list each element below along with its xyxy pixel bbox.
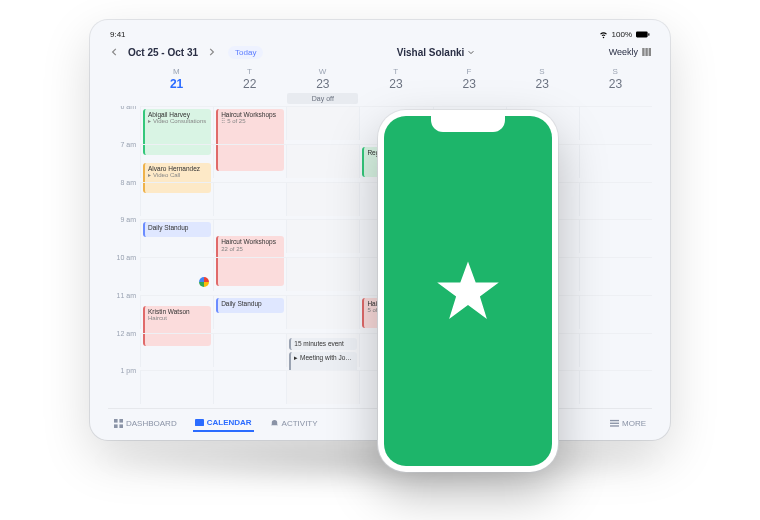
- date-range-label[interactable]: Oct 25 - Oct 31: [128, 47, 198, 58]
- slot[interactable]: [579, 219, 652, 253]
- svg-rect-8: [119, 424, 123, 428]
- day-header-sat[interactable]: S23: [506, 67, 579, 91]
- hour-label: 8 am: [108, 179, 140, 217]
- allday-event-dayoff[interactable]: Day off: [287, 93, 358, 104]
- slot[interactable]: Abigail Harvey ▸Video Consultations: [140, 106, 213, 140]
- tab-activity[interactable]: ACTIVITY: [268, 416, 320, 431]
- event-standup-mon[interactable]: Daily Standup: [143, 222, 211, 237]
- slot[interactable]: [286, 106, 359, 140]
- calendar-owner-selector[interactable]: Vishal Solanki: [397, 47, 476, 58]
- slot[interactable]: [140, 333, 213, 367]
- day-header-fri[interactable]: F23: [433, 67, 506, 91]
- menu-icon: [610, 419, 619, 428]
- phone-screen: [384, 116, 552, 466]
- slot[interactable]: Kristin Watson Haircut: [140, 295, 213, 329]
- hour-label: 9 am: [108, 216, 140, 254]
- video-icon: ▸: [148, 118, 151, 125]
- event-title: Alvaro Hernandez: [148, 165, 208, 172]
- phone-notch: [431, 116, 505, 132]
- dashboard-icon: [114, 419, 123, 428]
- slot[interactable]: [286, 144, 359, 178]
- day-header-thu[interactable]: T23: [359, 67, 432, 91]
- slot[interactable]: [286, 370, 359, 404]
- hour-label: 10 am: [108, 254, 140, 292]
- allday-row: Day off: [108, 91, 652, 106]
- svg-rect-12: [610, 425, 619, 426]
- hour-label: 12 am: [108, 330, 140, 368]
- slot[interactable]: [213, 370, 286, 404]
- next-week-button[interactable]: [204, 45, 218, 59]
- day-header-mon[interactable]: M21: [140, 67, 213, 91]
- slot[interactable]: [286, 182, 359, 216]
- day-header-sun[interactable]: S23: [579, 67, 652, 91]
- slot[interactable]: [140, 370, 213, 404]
- tab-label: DASHBOARD: [126, 419, 177, 428]
- slot[interactable]: [286, 295, 359, 329]
- event-title: Haircut Workshops: [221, 238, 281, 245]
- video-icon: ▸: [294, 354, 298, 361]
- day-header-tue[interactable]: T22: [213, 67, 286, 91]
- tab-label: MORE: [622, 419, 646, 428]
- view-mode-selector[interactable]: Weekly: [609, 47, 652, 57]
- slot[interactable]: [579, 257, 652, 291]
- event-title: 15 minutes event: [294, 340, 354, 347]
- slot[interactable]: Haircut Workshops ⠿5 of 25: [213, 106, 286, 140]
- slot[interactable]: [213, 257, 286, 291]
- slot[interactable]: [579, 182, 652, 216]
- event-title: Kristin Watson: [148, 308, 208, 315]
- slot[interactable]: [140, 257, 213, 291]
- event-15min[interactable]: 15 minutes event: [289, 338, 357, 350]
- hour-label: 11 am: [108, 292, 140, 330]
- tab-label: ACTIVITY: [282, 419, 318, 428]
- slot[interactable]: [286, 257, 359, 291]
- event-title: Abigail Harvey: [148, 111, 208, 118]
- slot[interactable]: [213, 182, 286, 216]
- slot[interactable]: 15 minutes event ▸ Meeting with Jo…: [286, 333, 359, 367]
- svg-rect-1: [648, 33, 649, 35]
- slot[interactable]: Daily Standup: [140, 219, 213, 253]
- today-button[interactable]: Today: [228, 46, 263, 59]
- star-icon: [433, 256, 503, 326]
- tab-more[interactable]: MORE: [608, 416, 648, 431]
- slot[interactable]: Haircut Workshops 22 of 25: [213, 219, 286, 253]
- calendar-icon: [195, 418, 204, 427]
- event-title: Daily Standup: [221, 300, 281, 307]
- day-header-row: M21 T22 W23 T23 F23 S23 S23: [108, 63, 652, 91]
- chevron-down-icon: [467, 48, 475, 56]
- svg-rect-10: [610, 420, 619, 421]
- tab-dashboard[interactable]: DASHBOARD: [112, 416, 179, 431]
- svg-rect-6: [119, 419, 123, 423]
- slot[interactable]: [579, 144, 652, 178]
- bell-icon: [270, 419, 279, 428]
- phone-frame: [378, 110, 558, 472]
- slot[interactable]: [213, 144, 286, 178]
- event-title: Meeting with Jo…: [300, 354, 352, 361]
- event-title: Haircut Workshops: [221, 111, 281, 118]
- slot[interactable]: [579, 295, 652, 329]
- slot[interactable]: [579, 106, 652, 140]
- svg-rect-2: [642, 48, 644, 56]
- slot[interactable]: [579, 370, 652, 404]
- wifi-icon: [599, 30, 608, 39]
- slot[interactable]: [140, 182, 213, 216]
- svg-rect-11: [610, 423, 619, 424]
- users-icon: ⠿: [221, 118, 225, 125]
- slot[interactable]: Daily Standup: [213, 295, 286, 329]
- grid-view-icon: [642, 48, 652, 56]
- svg-rect-9: [195, 419, 204, 426]
- calendar-topbar: Oct 25 - Oct 31 Today Vishal Solanki Wee…: [108, 41, 652, 63]
- slot[interactable]: [286, 219, 359, 253]
- video-icon: ▸: [148, 172, 151, 179]
- view-mode-label: Weekly: [609, 47, 638, 57]
- event-standup-tue[interactable]: Daily Standup: [216, 298, 284, 313]
- day-header-wed[interactable]: W23: [286, 67, 359, 91]
- slot[interactable]: Alvaro Hernandez ▸Video Call: [140, 144, 213, 178]
- svg-rect-5: [114, 419, 118, 423]
- event-title: Daily Standup: [148, 224, 208, 231]
- slot[interactable]: [579, 333, 652, 367]
- prev-week-button[interactable]: [108, 45, 122, 59]
- slot[interactable]: [213, 333, 286, 367]
- tab-calendar[interactable]: CALENDAR: [193, 415, 254, 432]
- hour-label: 6 am: [108, 106, 140, 141]
- battery-label: 100%: [612, 30, 632, 39]
